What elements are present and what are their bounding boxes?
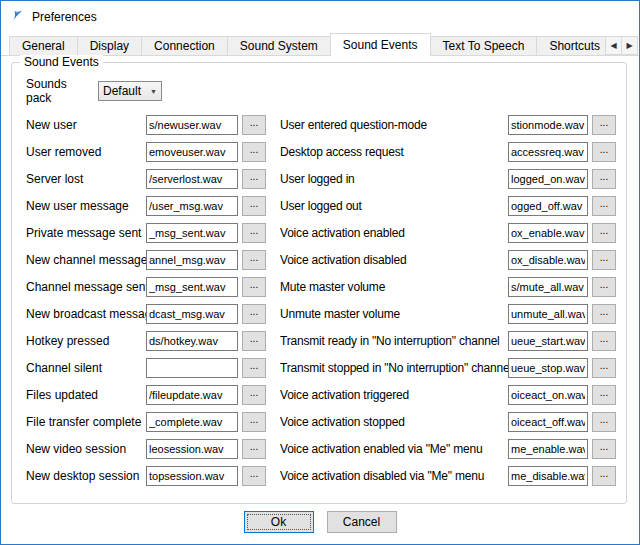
browse-button[interactable]: ... [592,250,616,270]
event-label: Voice activation triggered [280,388,508,402]
sound-file-input[interactable] [146,331,238,351]
sound-file-input[interactable] [146,358,238,378]
sound-file-input[interactable] [508,466,588,486]
sound-file-input[interactable] [146,439,238,459]
sound-file-input[interactable] [146,196,238,216]
event-label: New desktop session [26,469,146,483]
browse-button[interactable]: ... [242,196,266,216]
browse-button[interactable]: ... [592,412,616,432]
sound-event-row: New video session ... Voice activation e… [26,439,618,459]
app-icon [9,9,25,25]
tab-scroll-right-button[interactable]: ▶ [621,36,638,55]
sound-file-input[interactable] [146,304,238,324]
sound-file-input[interactable] [146,115,238,135]
event-label: Channel message sent [26,280,146,294]
browse-button[interactable]: ... [242,169,266,189]
sound-event-row: User removed ... Desktop access request … [26,142,618,162]
sound-file-input[interactable] [508,115,588,135]
sound-file-input[interactable] [508,196,588,216]
sound-file-input[interactable] [146,277,238,297]
event-label: Unmute master volume [280,307,508,321]
sound-file-input[interactable] [508,169,588,189]
sounds-pack-value: Default [103,84,150,98]
sound-file-input[interactable] [508,277,588,297]
sound-event-row: Server lost ... User logged in ... [26,169,618,189]
sound-file-input[interactable] [146,250,238,270]
tab-scroll-left-button[interactable]: ◀ [605,36,622,55]
event-label: Voice activation enabled via "Me" menu [280,442,508,456]
browse-button[interactable]: ... [242,250,266,270]
ok-button[interactable]: Ok [244,511,314,533]
sound-events-grid: New user ... User entered question-mode … [26,115,618,486]
event-label: Voice activation disabled via "Me" menu [280,469,508,483]
sound-file-input[interactable] [146,169,238,189]
sound-file-input[interactable] [146,466,238,486]
browse-button[interactable]: ... [592,115,616,135]
browse-button[interactable]: ... [592,142,616,162]
sound-event-row: New desktop session ... Voice activation… [26,466,618,486]
sound-file-input[interactable] [146,412,238,432]
browse-button[interactable]: ... [242,466,266,486]
browse-button[interactable]: ... [592,277,616,297]
groupbox-title: Sound Events [20,55,103,69]
event-label: User logged out [280,199,508,213]
sound-file-input[interactable] [146,223,238,243]
tab-bar: General Display Connection Sound System … [1,33,639,56]
sound-file-input[interactable] [508,331,588,351]
browse-button[interactable]: ... [242,223,266,243]
browse-button[interactable]: ... [592,304,616,324]
browse-button[interactable]: ... [592,466,616,486]
tab-general[interactable]: General [9,36,78,55]
sound-file-input[interactable] [508,439,588,459]
browse-button[interactable]: ... [592,385,616,405]
sound-file-input[interactable] [508,385,588,405]
browse-button[interactable]: ... [242,439,266,459]
event-label: File transfer complete [26,415,146,429]
browse-button[interactable]: ... [592,439,616,459]
sound-file-input[interactable] [508,250,588,270]
sounds-pack-select[interactable]: Default ▼ [98,81,162,101]
browse-button[interactable]: ... [242,358,266,378]
sounds-pack-label: Sounds pack [26,77,92,105]
tab-shortcuts[interactable]: Shortcuts [536,36,605,55]
tab-sound-system[interactable]: Sound System [227,36,331,55]
browse-button[interactable]: ... [242,412,266,432]
chevron-left-icon: ◀ [610,41,616,50]
event-label: User logged in [280,172,508,186]
event-label: Voice activation disabled [280,253,508,267]
event-label: Server lost [26,172,146,186]
browse-button[interactable]: ... [592,169,616,189]
title-bar: Preferences [1,1,639,33]
sound-file-input[interactable] [508,358,588,378]
preferences-window: Preferences General Display Connection S… [0,0,640,545]
event-label: Files updated [26,388,146,402]
sound-event-row: New channel message ... Voice activation… [26,250,618,270]
sound-event-row: New broadcast message ... Unmute master … [26,304,618,324]
tab-display[interactable]: Display [77,36,142,55]
tab-text-to-speech[interactable]: Text To Speech [430,36,538,55]
browse-button[interactable]: ... [242,142,266,162]
window-title: Preferences [32,10,97,24]
browse-button[interactable]: ... [592,331,616,351]
browse-button[interactable]: ... [242,277,266,297]
tab-sound-events[interactable]: Sound Events [330,33,431,56]
sound-file-input[interactable] [146,142,238,162]
browse-button[interactable]: ... [242,115,266,135]
event-label: New user [26,118,146,132]
browse-button[interactable]: ... [242,385,266,405]
browse-button[interactable]: ... [592,358,616,378]
browse-button[interactable]: ... [242,304,266,324]
event-label: Hotkey pressed [26,334,146,348]
sound-event-row: Files updated ... Voice activation trigg… [26,385,618,405]
sound-file-input[interactable] [508,304,588,324]
cancel-button[interactable]: Cancel [327,511,397,533]
browse-button[interactable]: ... [242,331,266,351]
tab-connection[interactable]: Connection [141,36,228,55]
sound-file-input[interactable] [508,142,588,162]
sound-file-input[interactable] [146,385,238,405]
sound-event-row: New user ... User entered question-mode … [26,115,618,135]
sound-file-input[interactable] [508,412,588,432]
sound-file-input[interactable] [508,223,588,243]
browse-button[interactable]: ... [592,196,616,216]
browse-button[interactable]: ... [592,223,616,243]
